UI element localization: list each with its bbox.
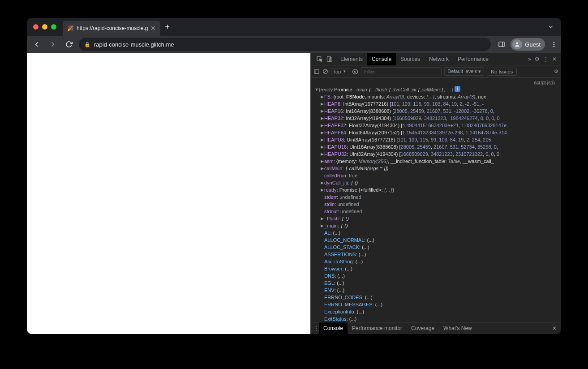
forward-button[interactable] (47, 38, 59, 51)
object-property[interactable]: AsciiToString: (...) (314, 258, 558, 265)
devtools-drawer: ⋮ ConsolePerformance monitorCoverageWhat… (311, 322, 561, 334)
drawer-tab-coverage[interactable]: Coverage (407, 322, 439, 335)
close-window-button[interactable] (33, 24, 39, 30)
object-property[interactable]: ExceptionInfo: (...) (314, 308, 558, 315)
context-selector[interactable]: top ▼ (331, 68, 349, 75)
drawer-tab-performance-monitor[interactable]: Performance monitor (348, 322, 407, 335)
svg-rect-9 (314, 69, 319, 73)
object-property[interactable]: ready: Promise {<fulfilled>: {…}} (314, 186, 558, 193)
devtools-tab-sources[interactable]: Sources (396, 53, 425, 65)
object-property[interactable]: dynCall_jiji: ƒ () (314, 179, 558, 186)
url-text: rapid-concise-muscle.glitch.me (94, 41, 174, 48)
svg-rect-0 (499, 42, 504, 47)
source-link[interactable]: script.js:5 (311, 78, 561, 86)
object-property[interactable]: stdin: undefined (314, 201, 558, 208)
window-controls (33, 24, 56, 30)
devtools-tab-elements[interactable]: Elements (336, 53, 367, 65)
drawer-tab-console[interactable]: Console (319, 322, 348, 335)
object-property[interactable]: calledRun: true (314, 172, 558, 179)
object-property[interactable]: stderr: undefined (314, 193, 558, 201)
kebab-icon[interactable]: ⋮ (543, 56, 549, 62)
settings-icon[interactable]: ⚙ (535, 56, 540, 62)
close-devtools-icon[interactable]: ✕ (552, 56, 557, 62)
tab-title: https://rapid-concise-muscle.g (77, 25, 148, 31)
issues-button[interactable]: No Issues (487, 68, 517, 76)
svg-rect-7 (327, 56, 330, 61)
tab-favicon: 🎉 (67, 25, 74, 31)
panel-icon[interactable] (498, 41, 505, 48)
lock-icon: 🔒 (84, 42, 90, 47)
inspect-element-icon[interactable] (315, 55, 323, 63)
avatar-icon (512, 39, 522, 49)
profile-button[interactable]: Guest (511, 38, 545, 51)
address-bar[interactable]: 🔒 rapid-concise-muscle.glitch.me (79, 38, 491, 51)
svg-point-2 (516, 42, 519, 44)
maximize-window-button[interactable] (51, 24, 56, 30)
devtools-tabbar: ElementsConsoleSourcesNetworkPerformance… (311, 53, 561, 65)
svg-point-4 (554, 44, 555, 45)
new-tab-button[interactable]: + (165, 22, 170, 32)
object-property[interactable]: DNS: (...) (314, 272, 558, 279)
svg-line-12 (324, 70, 327, 73)
object-property[interactable]: ASSERTIONS: (...) (314, 251, 558, 258)
object-property[interactable]: _main: ƒ () (314, 222, 558, 229)
object-property[interactable]: stdout: undefined (314, 208, 558, 215)
object-summary[interactable]: {ready: Promise, _main: ƒ, _fflush: ƒ, d… (314, 86, 558, 93)
object-property[interactable]: HEAPU16: Uint16Array(8388608) [28005, 25… (314, 143, 558, 150)
object-property[interactable]: HEAPU8: Uint8Array(16777216) [101, 109, … (314, 136, 558, 143)
object-property[interactable]: asm: {memory: Memory(256), __indirect_fu… (314, 158, 558, 165)
svg-point-3 (554, 42, 555, 43)
toggle-sidebar-icon[interactable] (313, 69, 320, 75)
devtools-tab-console[interactable]: Console (367, 53, 396, 65)
devtools-tab-network[interactable]: Network (425, 53, 453, 65)
content-area: ElementsConsoleSourcesNetworkPerformance… (27, 53, 561, 334)
object-property[interactable]: ENV: (...) (314, 287, 558, 294)
more-tabs-icon[interactable]: » (528, 56, 531, 62)
svg-point-5 (554, 46, 555, 47)
browser-window: 🎉 https://rapid-concise-muscle.g ✕ + 🔒 r… (27, 18, 561, 334)
drawer-tab-what-s-new[interactable]: What's New (439, 322, 476, 335)
object-property[interactable]: callMain: ƒ callMain(args = []) (314, 165, 558, 172)
device-toolbar-icon[interactable] (325, 55, 333, 63)
object-property[interactable]: _fflush: ƒ () (314, 215, 558, 222)
devtools-panel: ElementsConsoleSourcesNetworkPerformance… (310, 53, 561, 334)
chevron-down-icon[interactable] (548, 24, 554, 30)
page-viewport[interactable] (27, 53, 310, 334)
object-property[interactable]: ERRNO_MESSAGES: (...) (314, 301, 558, 308)
object-property[interactable]: HEAP16: Int16Array(8388608) [28005, 2545… (314, 107, 558, 115)
info-badge-icon[interactable]: i (455, 86, 460, 92)
tab-close-icon[interactable]: ✕ (150, 25, 156, 32)
reload-button[interactable] (63, 38, 75, 51)
object-property[interactable]: ALLOC_NORMAL: (...) (314, 236, 558, 244)
object-property[interactable]: ALLOC_STACK: (...) (314, 244, 558, 251)
object-property[interactable]: ERRNO_CODES: (...) (314, 294, 558, 301)
console-output[interactable]: script.js:5 {ready: Promise, _main: ƒ, _… (311, 78, 561, 322)
filter-input[interactable] (361, 67, 442, 76)
object-property[interactable]: HEAP8: Int8Array(16777216) [101, 109, 11… (314, 100, 558, 107)
object-property[interactable]: ExitStatus: (...) (314, 315, 558, 322)
console-settings-icon[interactable]: ⚙ (554, 69, 558, 74)
object-property[interactable]: FS: {root: FSNode, mounts: Array(0), dev… (314, 93, 558, 100)
tab-strip: 🎉 https://rapid-concise-muscle.g ✕ + (27, 18, 561, 36)
object-property[interactable]: Browser: (...) (314, 265, 558, 272)
object-property[interactable]: HEAPF32: Float32Array(4194304) [4.490441… (314, 122, 558, 129)
drawer-close-icon[interactable]: ✕ (552, 325, 558, 331)
clear-console-icon[interactable] (322, 69, 328, 74)
devtools-tab-performance[interactable]: Performance (453, 53, 493, 65)
profile-label: Guest (525, 41, 541, 48)
object-property[interactable]: AL: (...) (314, 229, 558, 236)
object-property[interactable]: HEAPU32: Uint32Array(4194304) [166850902… (314, 150, 558, 158)
browser-tab[interactable]: 🎉 https://rapid-concise-muscle.g ✕ (63, 21, 160, 36)
live-expression-icon[interactable] (352, 69, 358, 75)
drawer-menu-icon[interactable]: ⋮ (313, 325, 319, 331)
object-property[interactable]: HEAPF64: Float64Array(2097152) [1.154541… (314, 129, 558, 136)
toolbar: 🔒 rapid-concise-muscle.glitch.me Guest (27, 36, 561, 53)
minimize-window-button[interactable] (42, 24, 47, 30)
log-levels-selector[interactable]: Default levels ▾ (444, 67, 484, 76)
object-property[interactable]: HEAP32: Int32Array(4194304) [1668509029,… (314, 115, 558, 122)
menu-icon[interactable] (550, 41, 558, 48)
console-toolbar: top ▼ Default levels ▾ No Issues ⚙ (311, 65, 561, 78)
back-button[interactable] (30, 38, 43, 51)
svg-point-13 (354, 71, 356, 73)
object-property[interactable]: EGL: (...) (314, 279, 558, 287)
